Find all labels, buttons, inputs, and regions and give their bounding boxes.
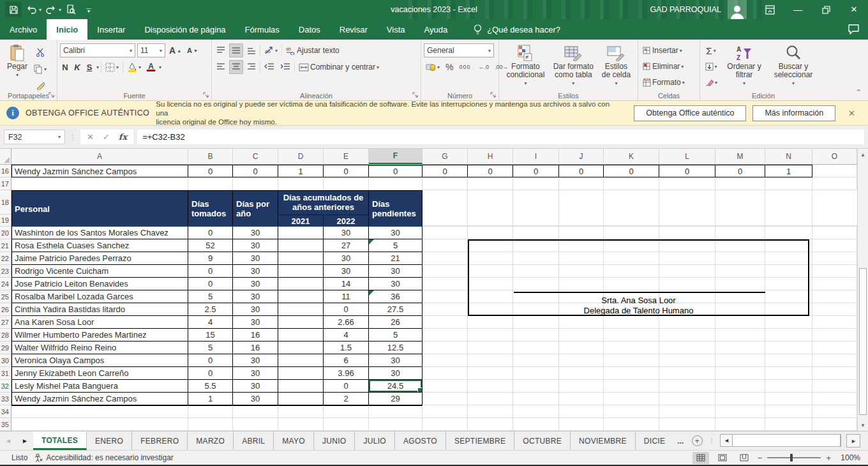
header-dias-por-ano[interactable]: Días por año <box>233 190 278 227</box>
cell-n[interactable] <box>765 367 812 380</box>
insert-cells-button[interactable]: Insertar▾ <box>641 43 697 57</box>
cell-j18[interactable] <box>559 190 604 226</box>
cell-b34[interactable] <box>188 405 233 418</box>
cell-g35[interactable] <box>423 418 468 431</box>
cell-o[interactable] <box>812 316 857 329</box>
cell-l[interactable] <box>659 393 715 405</box>
cell-i[interactable] <box>513 316 559 329</box>
cell-h[interactable] <box>468 316 513 329</box>
cell-j[interactable] <box>559 393 604 405</box>
cell-o[interactable] <box>812 367 857 380</box>
cell-dias-tomados[interactable]: 2.5 <box>188 303 233 316</box>
cell-m[interactable] <box>715 227 765 239</box>
undo-icon[interactable] <box>23 2 40 17</box>
cell-n17[interactable] <box>765 177 812 190</box>
cell-g[interactable] <box>423 316 468 329</box>
row-header-35[interactable]: 35 <box>0 418 11 431</box>
cell-n34[interactable] <box>765 405 812 418</box>
cell-dias-pendientes[interactable]: 21 <box>369 252 423 265</box>
decrease-font-icon[interactable]: A▼ <box>185 43 200 57</box>
column-header-l[interactable]: L <box>659 149 715 164</box>
cell-b16[interactable]: 0 <box>188 165 233 177</box>
tab-archivo[interactable]: Archivo <box>0 19 47 40</box>
cell-dias-tomados[interactable]: 0 <box>188 278 233 290</box>
cell-j[interactable] <box>559 316 604 329</box>
cell-m18[interactable] <box>715 190 765 226</box>
header-personal[interactable]: Personal <box>11 190 188 227</box>
cell-l[interactable] <box>659 354 715 367</box>
cell-personal[interactable]: Jose Patricio Leiton Benavides <box>11 278 188 290</box>
cell-2022[interactable]: 0 <box>324 303 369 316</box>
column-header-i[interactable]: I <box>513 149 559 164</box>
cell-g[interactable] <box>423 303 468 316</box>
cell-j17[interactable] <box>559 177 604 190</box>
cell-j35[interactable] <box>559 418 604 431</box>
select-all-corner[interactable] <box>0 149 11 164</box>
cell-o[interactable] <box>812 342 857 354</box>
sheet-nav-prev-icon[interactable]: ◄ <box>0 432 17 450</box>
orientation-icon[interactable]: ab ▾ <box>262 43 280 57</box>
cell-d17[interactable] <box>278 177 324 190</box>
cell-dias-tomados[interactable]: 9 <box>188 252 233 265</box>
redo-icon[interactable] <box>43 2 59 17</box>
cell-dias-por-ano[interactable]: 30 <box>233 278 278 290</box>
insert-function-icon[interactable]: fx <box>119 132 127 142</box>
name-box[interactable]: F32▾ <box>4 130 65 144</box>
row-header[interactable]: 27 <box>0 316 11 329</box>
cell-o[interactable] <box>812 329 857 342</box>
cell-k[interactable] <box>604 380 659 393</box>
cell-d35[interactable] <box>278 418 324 431</box>
undo-dropdown-icon[interactable]: ▾ <box>39 7 41 13</box>
align-left-icon[interactable] <box>214 60 227 74</box>
cell-dias-pendientes[interactable]: 12.5 <box>369 342 423 354</box>
cell-dias-tomados[interactable]: 5 <box>188 290 233 303</box>
header-2022[interactable]: 2022 <box>324 215 368 227</box>
cell-c16[interactable]: 0 <box>233 165 278 177</box>
cell-n16[interactable]: 1 <box>765 165 812 177</box>
cell-personal[interactable]: Lesly Mishel Pata Banguera <box>11 380 188 393</box>
cell-o18[interactable] <box>812 190 857 226</box>
zoom-in-icon[interactable]: + <box>826 453 831 463</box>
cell-g[interactable] <box>423 380 468 393</box>
hscroll-left-icon[interactable]: ◄ <box>721 435 732 446</box>
redo-dropdown-icon[interactable]: ▾ <box>59 7 61 13</box>
cell-l[interactable] <box>659 329 715 342</box>
cell-j16[interactable]: 0 <box>559 165 604 177</box>
cell-dias-por-ano[interactable]: 16 <box>233 342 278 354</box>
cell-g[interactable] <box>423 354 468 367</box>
cell-c35[interactable] <box>233 418 278 431</box>
cell-m[interactable] <box>715 367 765 380</box>
cell-dias-por-ano[interactable]: 30 <box>233 290 278 303</box>
cell-dias-por-ano[interactable]: 30 <box>233 380 278 393</box>
row-header[interactable]: 24 <box>0 278 11 290</box>
cell-g[interactable] <box>423 278 468 290</box>
column-header-e[interactable]: E <box>324 149 369 164</box>
row-header[interactable]: 28 <box>0 329 11 342</box>
cell-g16[interactable]: 0 <box>423 165 468 177</box>
italic-button[interactable]: K <box>72 60 82 74</box>
tab-inicio[interactable]: Inicio <box>47 19 87 40</box>
cell-n[interactable] <box>765 354 812 367</box>
restore-button[interactable] <box>812 0 840 19</box>
get-genuine-office-button[interactable]: Obtenga Office auténtico <box>634 105 746 121</box>
cell-i17[interactable] <box>513 177 559 190</box>
cell-m34[interactable] <box>715 405 765 418</box>
cell-m17[interactable] <box>715 177 765 190</box>
cell-2021[interactable] <box>278 303 324 316</box>
cell-l[interactable] <box>659 316 715 329</box>
cell-h16[interactable]: 0 <box>468 165 513 177</box>
cell-l34[interactable] <box>659 405 715 418</box>
increase-decimal-icon[interactable]: ←.0 <box>477 60 491 74</box>
comments-icon[interactable] <box>848 19 859 40</box>
cell-m[interactable] <box>715 329 765 342</box>
cell-f16[interactable]: 0 <box>369 165 423 177</box>
sheet-tab-julio[interactable]: JULIO <box>355 432 395 450</box>
cell-o17[interactable] <box>812 177 857 190</box>
cell-l[interactable] <box>659 342 715 354</box>
tab-datos[interactable]: Datos <box>289 19 330 40</box>
cell-n[interactable] <box>765 227 812 239</box>
cell-personal[interactable]: Cinthia Yadira Bastidas litardo <box>11 303 188 316</box>
cell-dias-por-ano[interactable]: 30 <box>233 367 278 380</box>
cell-dias-por-ano[interactable]: 30 <box>233 227 278 239</box>
cell-dias-por-ano[interactable]: 16 <box>233 329 278 342</box>
